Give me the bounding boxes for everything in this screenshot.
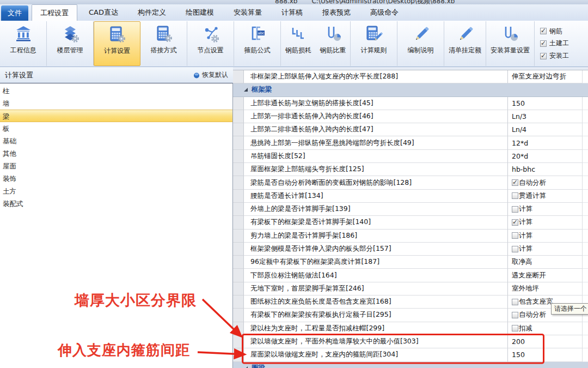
ribbon-button-list-quota[interactable]: 清单挂定额 xyxy=(444,21,486,66)
sidebar-item-decoration[interactable]: 装饰 xyxy=(0,172,232,185)
ribbon-button-calc-settings[interactable]: 计算设置 xyxy=(94,21,140,66)
table-row[interactable]: 屋面框架梁上部筋端头弯折长度[125]hb-bhc xyxy=(233,163,588,176)
table-row[interactable]: 梁以墙做支座时，平面外构造墙厚较大中的最小值[303]200 xyxy=(233,335,588,348)
table-row[interactable]: 下部原位标注钢筋做法[164]遇支座断开 xyxy=(233,269,588,282)
row-setting-value[interactable]: 贯通计算 xyxy=(507,190,583,203)
table-row[interactable]: 图纸标注的支座负筋长度是否包含支座宽[168]包含支座宽 xyxy=(233,295,588,309)
tab-report-preview[interactable]: 报表预览 xyxy=(314,4,359,21)
ribbon-button-node-settings[interactable]: 节点设置 xyxy=(187,21,234,66)
value-checkbox[interactable] xyxy=(512,232,518,239)
tab-draw-model[interactable]: 绘图建模 xyxy=(177,4,222,21)
row-spacer xyxy=(583,123,588,136)
value-checkbox[interactable] xyxy=(512,192,518,199)
table-row[interactable]: 非框架梁上部纵筋伸入端支座内的水平长度[288]伸至支座对边弯折 xyxy=(233,70,588,83)
svg-text:abc: abc xyxy=(258,31,264,35)
table-row[interactable]: 屋面梁以墙做端支座时，支座内的箍筋间距[304]150 xyxy=(233,348,588,361)
sidebar-item-roof[interactable]: 屋面 xyxy=(0,160,232,172)
row-setting-value[interactable]: hb-bhc xyxy=(507,163,583,176)
row-setting-value[interactable]: 计算 xyxy=(507,216,583,229)
row-setting-value[interactable]: 伸至支座对边弯折 xyxy=(507,70,583,83)
restore-default-button[interactable]: 恢复默认 xyxy=(193,70,228,80)
tab-calc-sheet[interactable]: 计算稿 xyxy=(273,4,311,21)
ribbon-button-compile-notes[interactable]: 编制说明 xyxy=(397,21,444,66)
ribbon-button-rebar-ratio[interactable]: 钢筋比重 xyxy=(316,21,351,66)
ribbon-button-project-info[interactable]: 工程信息 xyxy=(0,21,47,66)
row-gutter xyxy=(233,176,244,189)
row-setting-value[interactable]: 室外地坪 xyxy=(507,282,583,295)
row-setting-value[interactable]: 12*d xyxy=(507,136,583,149)
row-setting-value[interactable]: 200 xyxy=(507,335,583,348)
checkbox-icon[interactable] xyxy=(540,40,547,47)
ribbon-button-calc-rules[interactable]: 计算规则 xyxy=(351,21,397,66)
checkbox-icon[interactable] xyxy=(540,53,547,59)
table-row[interactable]: 吊筋锚固长度[52]20*d xyxy=(233,150,588,163)
restore-default-icon xyxy=(193,72,200,79)
value-label: 计算 xyxy=(519,204,532,214)
sidebar-item-wall[interactable]: 墙 xyxy=(0,97,232,110)
row-setting-value[interactable]: 150 xyxy=(507,348,583,361)
table-row[interactable]: 上部第二排非通长筋伸入跨内的长度[47]Ln/4 xyxy=(233,123,588,136)
ribbon-button-install-settings[interactable]: 安装算量设置 xyxy=(486,21,535,66)
table-row[interactable]: 梁以柱为支座时，工程量是否扣减柱帽[299]扣减 xyxy=(233,322,588,335)
table-row[interactable]: 无地下室时，首层梁脚手架算至[246]室外地坪 xyxy=(233,282,588,295)
sidebar-item-foundation[interactable]: 基础 xyxy=(0,135,232,147)
row-gutter xyxy=(233,282,244,295)
value-checkbox[interactable] xyxy=(512,179,518,186)
ribbon-button-lap-mode[interactable]: 搭接方式 xyxy=(140,21,187,66)
sidebar-item-other[interactable]: 其他 xyxy=(0,147,232,160)
row-setting-value[interactable]: 20*d xyxy=(507,150,583,163)
row-setting-value[interactable]: 计算 xyxy=(507,243,583,256)
table-row[interactable]: 腰筋是否通长计算[134]贯通计算 xyxy=(233,190,588,203)
ribbon-button-stirrup-formula[interactable]: abc箍筋公式 xyxy=(234,21,281,66)
table-row[interactable]: 有梁板下的框架梁是否计算脚手架[140]计算 xyxy=(233,216,588,229)
table-row[interactable]: 上部第一排非通长筋伸入跨内的长度[46]Ln/3 xyxy=(233,110,588,123)
row-setting-value[interactable]: Ln/4 xyxy=(507,123,583,136)
row-setting-name: 上部第二排非通长筋伸入跨内的长度[47] xyxy=(244,123,507,136)
row-setting-value[interactable]: 150 xyxy=(507,97,583,110)
checkbox-icon[interactable] xyxy=(540,28,547,34)
left-panel-header: 计算设置 恢复默认 xyxy=(0,67,233,83)
value-checkbox[interactable] xyxy=(512,219,518,226)
ribbon-checkbox-rebar[interactable]: 钢筋 xyxy=(540,27,572,36)
tab-cad-direct[interactable]: CAD直达 xyxy=(81,4,126,21)
sidebar-item-earthwork[interactable]: 土方 xyxy=(0,185,232,197)
tab-project-settings[interactable]: 工程设置 xyxy=(32,4,77,21)
tab-advanced-command[interactable]: 高级命令 xyxy=(362,4,407,21)
table-row[interactable]: 剪力墙上的梁是否计算脚手架[186]计算 xyxy=(233,230,588,243)
sidebar-item-column[interactable]: 柱 xyxy=(0,85,232,97)
table-row[interactable]: 外墙上的梁是否计算脚手架[139]计算 xyxy=(233,203,588,216)
row-setting-value[interactable]: 计算 xyxy=(507,230,583,243)
table-row[interactable]: 有梁板下的框架梁按有梁板执行定额子目[295]自动分析 xyxy=(233,309,588,322)
ribbon-button-rebar-loss[interactable]: 钢筋损耗 xyxy=(281,21,316,66)
row-setting-value[interactable]: 自动分析 xyxy=(507,176,583,189)
sidebar-item-slab[interactable]: 板 xyxy=(0,122,232,135)
row-setting-value[interactable]: 计算 xyxy=(507,203,583,216)
table-row[interactable]: 框架梁侧模是否计算伸入梁内的板头部分[157]计算 xyxy=(233,243,588,256)
ribbon-checkbox-install[interactable]: 安装工 xyxy=(540,51,572,61)
table-section-header[interactable]: 框架梁 xyxy=(233,83,588,96)
row-spacer xyxy=(583,190,588,203)
ribbon-button-floor-manage[interactable]: 楼层管理 xyxy=(47,21,94,66)
table-row[interactable]: 梁筋是否自动分析跨断面的变截面对钢筋的影响[128]自动分析 xyxy=(233,176,588,189)
row-setting-value[interactable]: 取净高 xyxy=(507,256,583,269)
value-checkbox[interactable] xyxy=(512,325,518,331)
row-setting-name: 框架梁侧模是否计算伸入梁内的板头部分[157] xyxy=(244,243,507,256)
value-checkbox[interactable] xyxy=(512,312,518,318)
sidebar-item-beam[interactable]: 梁 xyxy=(0,110,232,122)
value-checkbox[interactable] xyxy=(512,206,518,213)
tab-install-quantity[interactable]: 安装算量 xyxy=(225,4,270,21)
row-setting-value[interactable]: 扣减 xyxy=(507,322,583,335)
value-checkbox[interactable] xyxy=(512,246,518,252)
row-setting-name: 剪力墙上的梁是否计算脚手架[186] xyxy=(244,230,507,243)
table-section-header[interactable]: 圈梁 xyxy=(233,362,588,368)
value-checkbox[interactable] xyxy=(512,299,518,305)
ribbon-checkbox-civil[interactable]: 土建工 xyxy=(540,39,572,48)
table-row[interactable]: 悬挑跨上部第一排纵筋伸至悬挑跨端部的弯折长度[49]12*d xyxy=(233,136,588,149)
tab-component-define[interactable]: 构件定义 xyxy=(130,4,174,21)
row-setting-value[interactable]: Ln/3 xyxy=(507,110,583,123)
table-row[interactable]: 上部非通长筋与架立钢筋的搭接长度[45]150 xyxy=(233,97,588,110)
table-row[interactable]: 96定额中有梁板下的框架梁高度计算[187]取净高 xyxy=(233,256,588,269)
tab-file[interactable]: 文件 xyxy=(1,5,28,21)
sidebar-item-prefab[interactable]: 装配式 xyxy=(0,197,232,210)
row-setting-value[interactable]: 遇支座断开 xyxy=(507,269,583,282)
